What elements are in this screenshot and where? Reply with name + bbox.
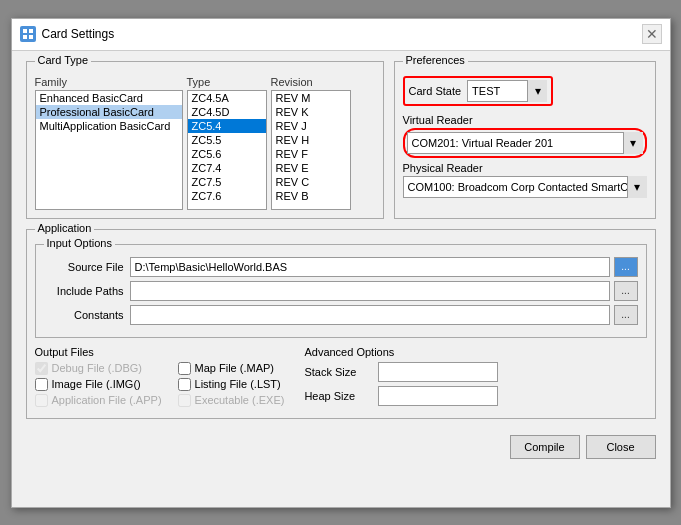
source-file-label: Source File — [44, 261, 124, 273]
include-paths-browse-button[interactable]: ... — [614, 281, 638, 301]
list-item[interactable]: ZC4.5D — [188, 105, 266, 119]
close-button-footer[interactable]: Close — [586, 435, 656, 459]
source-file-input[interactable] — [130, 257, 610, 277]
revision-listbox[interactable]: REV M REV K REV J REV H REV F REV E REV … — [271, 90, 351, 210]
card-type-columns: Family Enhanced BasicCard Professional B… — [35, 76, 375, 210]
stack-size-input[interactable] — [378, 362, 498, 382]
list-item[interactable]: Professional BasicCard — [36, 105, 182, 119]
revision-header: Revision — [271, 76, 351, 88]
constants-row: Constants ... — [44, 305, 638, 325]
virtual-reader-select[interactable]: COM201: Virtual Reader 201 COM202: Virtu… — [407, 132, 643, 154]
debug-file-checkbox[interactable] — [35, 362, 48, 375]
listing-file-label: Listing File (.LST) — [195, 378, 281, 390]
card-state-highlight: Card State TEST PRODUCTION DEBUG ▾ — [403, 76, 554, 106]
input-options-section: Input Options Source File ... Include Pa… — [35, 244, 647, 338]
app-file-label: Application File (.APP) — [52, 394, 162, 406]
list-item[interactable]: REV J — [272, 119, 350, 133]
family-header: Family — [35, 76, 183, 88]
stack-size-row: Stack Size — [304, 362, 498, 382]
source-file-browse-button[interactable]: ... — [614, 257, 638, 277]
svg-rect-1 — [29, 29, 33, 33]
output-advanced-row: Output Files Debug File (.DBG) Image Fil… — [35, 346, 647, 410]
heap-size-row: Heap Size — [304, 386, 498, 406]
list-item[interactable]: Enhanced BasicCard — [36, 91, 182, 105]
list-item[interactable]: ZC7.6 — [188, 189, 266, 203]
virtual-reader-dropdown-wrapper: COM201: Virtual Reader 201 COM202: Virtu… — [407, 132, 643, 154]
output-files-section: Output Files Debug File (.DBG) Image Fil… — [35, 346, 285, 410]
virtual-reader-highlight: COM201: Virtual Reader 201 COM202: Virtu… — [403, 128, 647, 158]
card-settings-window: Card Settings ✕ Card Type Family Enhance… — [11, 18, 671, 508]
advanced-options-section: Advanced Options Stack Size Heap Size — [304, 346, 498, 410]
include-paths-row: Include Paths ... — [44, 281, 638, 301]
heap-size-label: Heap Size — [304, 390, 374, 402]
output-files-title: Output Files — [35, 346, 285, 358]
physical-reader-select[interactable]: COM100: Broadcom Corp Contacted SmartCar… — [403, 176, 647, 198]
list-item[interactable]: REV E — [272, 161, 350, 175]
list-item[interactable]: REV H — [272, 133, 350, 147]
exe-file-checkbox[interactable] — [178, 394, 191, 407]
output-col-1: Debug File (.DBG) Image File (.IMG() App… — [35, 362, 162, 410]
include-paths-input[interactable] — [130, 281, 610, 301]
type-col: Type ZC4.5A ZC4.5D ZC5.4 ZC5.5 ZC5.6 ZC7… — [187, 76, 267, 210]
app-file-row: Application File (.APP) — [35, 394, 162, 407]
card-state-select[interactable]: TEST PRODUCTION DEBUG — [467, 80, 547, 102]
preferences-title: Preferences — [403, 54, 468, 66]
list-item[interactable]: REV C — [272, 175, 350, 189]
preferences-section: Preferences Card State TEST PRODUCTION D… — [394, 61, 656, 219]
output-files-cols: Debug File (.DBG) Image File (.IMG() App… — [35, 362, 285, 410]
output-col-2: Map File (.MAP) Listing File (.LST) Exec… — [178, 362, 285, 410]
virtual-reader-label: Virtual Reader — [403, 114, 647, 126]
exe-file-row: Executable (.EXE) — [178, 394, 285, 407]
titlebar: Card Settings ✕ — [12, 19, 670, 51]
list-item[interactable]: REV K — [272, 105, 350, 119]
source-file-row: Source File ... — [44, 257, 638, 277]
list-item[interactable]: ZC4.5A — [188, 91, 266, 105]
map-file-row: Map File (.MAP) — [178, 362, 285, 375]
app-file-checkbox[interactable] — [35, 394, 48, 407]
svg-rect-2 — [23, 35, 27, 39]
titlebar-left: Card Settings — [20, 26, 115, 42]
application-section: Application Input Options Source File ..… — [26, 229, 656, 419]
image-file-checkbox[interactable] — [35, 378, 48, 391]
stack-size-label: Stack Size — [304, 366, 374, 378]
debug-file-row: Debug File (.DBG) — [35, 362, 162, 375]
top-row: Card Type Family Enhanced BasicCard Prof… — [26, 61, 656, 219]
list-item[interactable]: MultiApplication BasicCard — [36, 119, 182, 133]
list-item[interactable]: REV M — [272, 91, 350, 105]
constants-label: Constants — [44, 309, 124, 321]
list-item[interactable]: ZC5.6 — [188, 147, 266, 161]
constants-browse-button[interactable]: ... — [614, 305, 638, 325]
compile-button[interactable]: Compile — [510, 435, 580, 459]
card-type-title: Card Type — [35, 54, 92, 66]
constants-input[interactable] — [130, 305, 610, 325]
application-title: Application — [35, 222, 95, 234]
list-item[interactable]: REV B — [272, 189, 350, 203]
heap-size-input[interactable] — [378, 386, 498, 406]
svg-rect-3 — [29, 35, 33, 39]
list-item[interactable]: ZC7.5 — [188, 175, 266, 189]
physical-reader-dropdown-wrapper: COM100: Broadcom Corp Contacted SmartCar… — [403, 176, 647, 198]
listing-file-row: Listing File (.LST) — [178, 378, 285, 391]
map-file-label: Map File (.MAP) — [195, 362, 274, 374]
listing-file-checkbox[interactable] — [178, 378, 191, 391]
family-listbox[interactable]: Enhanced BasicCard Professional BasicCar… — [35, 90, 183, 210]
footer-row: Compile Close — [26, 429, 656, 461]
image-file-row: Image File (.IMG() — [35, 378, 162, 391]
svg-rect-0 — [23, 29, 27, 33]
close-button[interactable]: ✕ — [642, 24, 662, 44]
advanced-options-title: Advanced Options — [304, 346, 498, 358]
include-paths-label: Include Paths — [44, 285, 124, 297]
revision-col: Revision REV M REV K REV J REV H REV F R… — [271, 76, 351, 210]
list-item[interactable]: ZC5.5 — [188, 133, 266, 147]
family-col: Family Enhanced BasicCard Professional B… — [35, 76, 183, 210]
list-item[interactable]: ZC5.4 — [188, 119, 266, 133]
exe-file-label: Executable (.EXE) — [195, 394, 285, 406]
map-file-checkbox[interactable] — [178, 362, 191, 375]
type-listbox[interactable]: ZC4.5A ZC4.5D ZC5.4 ZC5.5 ZC5.6 ZC7.4 ZC… — [187, 90, 267, 210]
input-options-title: Input Options — [44, 237, 115, 249]
main-content: Card Type Family Enhanced BasicCard Prof… — [12, 51, 670, 471]
list-item[interactable]: ZC7.4 — [188, 161, 266, 175]
list-item[interactable]: REV F — [272, 147, 350, 161]
type-header: Type — [187, 76, 267, 88]
card-state-label: Card State — [409, 85, 462, 97]
